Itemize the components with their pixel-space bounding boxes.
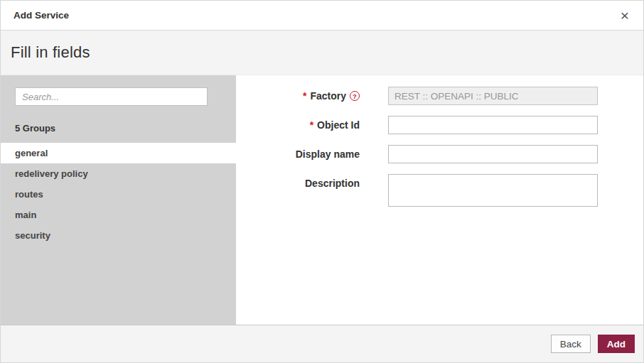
help-icon[interactable]: ?	[350, 91, 360, 101]
description-textarea[interactable]	[388, 174, 598, 207]
dialog-header: Add Service ×	[1, 1, 643, 31]
group-list: general redelivery policy routes main se…	[1, 143, 236, 246]
factory-input	[388, 87, 598, 105]
sidebar-item-redelivery-policy[interactable]: redelivery policy	[1, 163, 236, 184]
dialog-body: 5 Groups general redelivery policy route…	[1, 75, 643, 325]
display-name-label: Display name	[296, 148, 360, 160]
sidebar-item-general[interactable]: general	[1, 143, 236, 163]
form-row-description: Description	[236, 174, 643, 207]
back-button[interactable]: Back	[551, 335, 591, 353]
required-asterisk: *	[303, 90, 306, 102]
add-service-dialog: Add Service × Fill in fields 5 Groups ge…	[0, 0, 644, 363]
sidebar-item-security[interactable]: security	[1, 225, 236, 246]
groups-sidebar: 5 Groups general redelivery policy route…	[1, 75, 236, 325]
form-row-display-name: Display name	[236, 145, 643, 163]
display-name-input[interactable]	[388, 145, 598, 163]
add-button[interactable]: Add	[598, 335, 635, 353]
groups-count-label: 5 Groups	[15, 123, 236, 134]
required-asterisk: *	[310, 119, 313, 131]
object-id-label-cell: * Object Id	[236, 119, 360, 131]
form-panel: * Factory ? * Object Id Display name	[236, 75, 643, 325]
object-id-label: Object Id	[317, 119, 360, 131]
sidebar-item-routes[interactable]: routes	[1, 184, 236, 205]
factory-label: Factory	[310, 90, 346, 102]
close-icon[interactable]: ×	[618, 6, 632, 24]
description-label: Description	[305, 178, 360, 189]
dialog-title: Add Service	[14, 10, 69, 21]
display-name-label-cell: Display name	[236, 148, 360, 160]
subheader-band: Fill in fields	[1, 31, 643, 75]
object-id-input[interactable]	[388, 116, 598, 134]
description-label-cell: Description	[236, 174, 360, 189]
sidebar-item-main[interactable]: main	[1, 205, 236, 225]
dialog-footer: Back Add	[1, 325, 643, 362]
form-row-factory: * Factory ?	[236, 87, 643, 105]
page-title: Fill in fields	[11, 43, 90, 62]
factory-label-cell: * Factory ?	[236, 90, 360, 102]
form-row-object-id: * Object Id	[236, 116, 643, 134]
search-input[interactable]	[15, 87, 208, 106]
